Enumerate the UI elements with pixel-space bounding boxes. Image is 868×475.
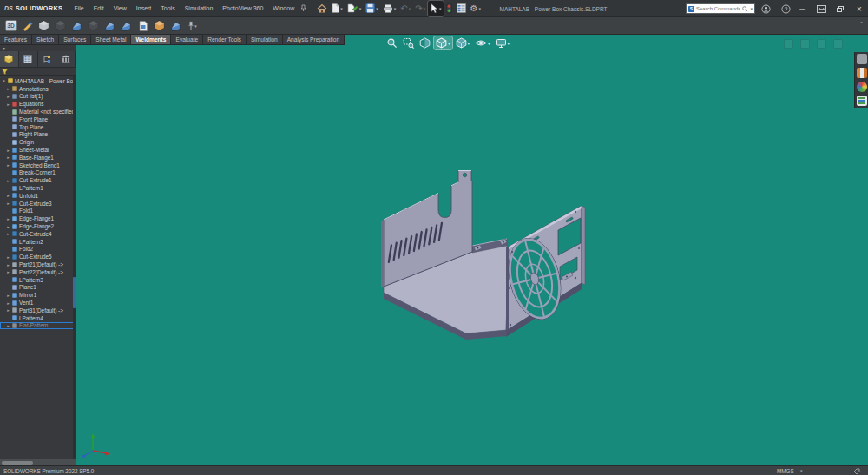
menu-view[interactable]: View [109,3,131,13]
expand-caret-icon[interactable]: ▸ [6,262,10,267]
display-style-button[interactable]: ▾ [454,36,472,49]
command-9-icon[interactable] [135,18,151,34]
tree-item[interactable]: Fold1 [0,208,76,215]
pin-icon[interactable]: ▾ [184,18,201,34]
redo-button[interactable]: ↷▾ [413,1,427,16]
expand-caret-icon[interactable]: ▸ [6,293,10,298]
tree-item[interactable]: Material <not specified> [0,108,76,115]
tree-item[interactable]: ▸Sheet-Metal [0,146,76,154]
collapse-toolbar-icon[interactable]: ˆ [860,20,863,28]
command-4-icon[interactable] [52,18,69,34]
tree-item[interactable]: LPattern2 [0,238,76,246]
expand-caret-icon[interactable]: ▸ [6,231,10,236]
close-button[interactable]: × [851,0,868,17]
unit-system-caret-icon[interactable]: ▾ [800,468,803,473]
expand-caret-icon[interactable]: ▾ [2,78,6,83]
save-caret-icon[interactable]: ▾ [376,6,378,11]
tab-analysis-preparation[interactable]: Analysis Preparation [283,35,345,44]
tree-filter-row[interactable] [0,68,76,76]
display-style-caret-icon[interactable]: ▾ [468,41,470,46]
tab-sketch[interactable]: Sketch [32,35,59,44]
tree-item[interactable]: ▸Base-Flange1 [0,154,76,162]
tree-item[interactable]: Origin [0,138,76,146]
fullscreen-button[interactable] [812,0,830,17]
expand-caret-icon[interactable]: ▸ [6,178,10,183]
tree-item[interactable]: ▸Cut list(1) [0,93,76,101]
tab-render-tools[interactable]: Render Tools [203,35,247,44]
hide-show-items-caret-icon[interactable]: ▾ [488,41,490,46]
graphics-viewport[interactable]: ▾▾▾▾ [0,35,868,465]
select-arrow-caret-icon[interactable]: ▾ [439,6,442,11]
home-button[interactable] [315,1,329,16]
menu-insert[interactable]: Insert [132,3,156,13]
expand-caret-icon[interactable]: ▸ [6,216,10,221]
command-11-icon[interactable] [168,18,184,34]
tree-item[interactable]: ▸Equations [0,100,76,108]
search-caret-icon[interactable]: ▾ [750,6,753,11]
menu-photoview-360[interactable]: PhotoView 360 [218,3,267,13]
menu-simulation[interactable]: Simulation [181,3,218,13]
tree-item[interactable]: ▸Part22(Default) -> [0,268,76,276]
help-button[interactable]: ? [777,0,794,17]
configurationmanager-tab[interactable] [38,51,57,67]
command-10-icon[interactable] [151,18,168,34]
expand-caret-icon[interactable]: ▸ [6,86,10,91]
expand-caret-icon[interactable]: ▸ [6,162,10,168]
command-6-icon[interactable] [85,18,102,34]
command-5-icon[interactable] [69,18,85,34]
undo-caret-icon[interactable]: ▾ [409,6,411,11]
minimize-button[interactable]: ─ [793,0,811,17]
zoom-to-area-button[interactable] [401,36,416,49]
file-properties-button[interactable] [455,1,468,16]
print-button[interactable]: ▾ [381,1,398,16]
tab-simulation[interactable]: Simulation [247,35,283,44]
print-caret-icon[interactable]: ▾ [394,6,397,11]
search-input[interactable] [696,6,740,11]
view-orientation-caret-icon[interactable]: ▾ [448,41,450,46]
featuremanager-tab[interactable] [0,51,19,67]
design-library-tab[interactable] [857,68,867,78]
scrollbar-thumb[interactable] [73,277,76,308]
tree-item[interactable]: Plane1 [0,284,76,292]
undo-button[interactable]: ↶▾ [398,1,412,16]
redo-caret-icon[interactable]: ▾ [424,6,426,11]
new-document-button[interactable]: ▾ [330,1,345,16]
expand-caret-icon[interactable]: ▸ [6,254,10,260]
tree-item[interactable]: Right Plane [0,131,76,139]
expand-caret-icon[interactable]: ▸ [6,148,10,153]
select-arrow-button[interactable]: ▾ [428,1,444,16]
expand-caret-icon[interactable]: ▸ [6,323,10,328]
3d-sketch-icon[interactable]: 3D [3,18,19,34]
power-box-chassis-model[interactable] [365,156,608,347]
expand-caret-icon[interactable]: ▸ [6,193,10,198]
tree-item[interactable]: ▸Sketched Bend1 [0,162,76,169]
tab-weldments[interactable]: Weldments [131,35,171,44]
save-button[interactable]: ▾ [364,1,380,16]
command-7-icon[interactable] [102,18,118,34]
appearances-scenes-tab[interactable] [857,82,867,92]
tree-item[interactable]: Fold2 [0,246,76,254]
pin-caret-icon[interactable]: ▾ [194,23,197,29]
expand-caret-icon[interactable]: ▸ [6,307,10,313]
view-orientation-button[interactable]: ▾ [434,36,452,49]
new-document-caret-icon[interactable]: ▾ [340,6,343,11]
pin-menu-icon[interactable] [300,4,306,12]
restore-button[interactable] [832,0,849,17]
tab-features[interactable]: Features [0,35,32,44]
tab-surfaces[interactable]: Surfaces [59,35,91,44]
tree-item[interactable]: ▸Part21(Default) -> [0,261,76,268]
expand-caret-icon[interactable]: ▸ [6,102,10,107]
expand-caret-icon[interactable]: ▸ [6,300,10,306]
panel-flyout-caret-icon[interactable]: ▼ [0,45,76,51]
tree-item[interactable]: ▸Cut-Extrude5 [0,253,76,261]
tree-item[interactable]: ▸Mirror1 [0,291,76,299]
tree-item[interactable]: ▸Annotations [0,85,76,93]
tree-item[interactable]: Top Plane [0,123,76,131]
tree-item[interactable]: ▸Unfold1 [0,192,76,200]
tree-vertical-scrollbar[interactable] [73,76,76,459]
expand-caret-icon[interactable]: ▸ [6,224,10,229]
panel-horizontal-scrollbar[interactable] [0,459,76,465]
tab-evaluate[interactable]: Evaluate [171,35,203,44]
expand-caret-icon[interactable]: ▸ [6,269,10,274]
hide-show-items-button[interactable]: ▾ [473,37,492,49]
